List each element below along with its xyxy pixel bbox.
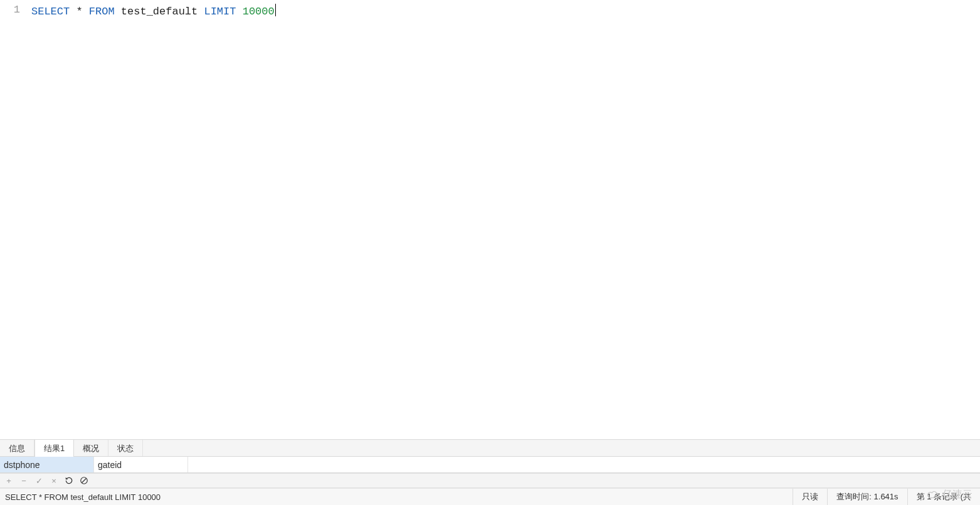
grid-toolbar: + − ✓ × <box>0 473 980 488</box>
kw-limit: LIMIT <box>204 6 236 18</box>
tab-label: 结果1 <box>44 444 65 453</box>
status-time: 查询时间: 1.641s <box>827 489 907 505</box>
token-space <box>236 6 242 18</box>
tab-info[interactable]: 信息 <box>0 440 34 456</box>
sql-code[interactable]: SELECT * FROM test_default LIMIT 10000 <box>31 0 980 439</box>
column-label: dstphone <box>4 460 40 470</box>
add-row-button[interactable]: + <box>4 476 14 486</box>
editor-gutter: 1 <box>0 0 28 439</box>
stop-icon <box>80 476 88 485</box>
column-gateid[interactable]: gateid <box>94 457 188 472</box>
kw-from: FROM <box>89 6 115 18</box>
status-readonly: 只读 <box>793 489 827 505</box>
tab-label: 状态 <box>117 444 134 453</box>
svg-line-1 <box>82 479 87 483</box>
commit-button[interactable]: ✓ <box>34 476 44 486</box>
tab-status[interactable]: 状态 <box>108 440 143 456</box>
column-dstphone[interactable]: dstphone <box>0 457 94 472</box>
token-table: test_default <box>115 6 204 18</box>
status-bar: SELECT * FROM test_default LIMIT 10000 只… <box>0 488 980 505</box>
column-label: gateid <box>98 460 122 470</box>
status-query: SELECT * FROM test_default LIMIT 10000 <box>0 492 793 502</box>
tab-label: 概况 <box>83 444 99 453</box>
refresh-icon <box>65 476 73 485</box>
cancel-button[interactable]: × <box>49 476 59 486</box>
tab-profile[interactable]: 概况 <box>74 440 108 456</box>
kw-select: SELECT <box>31 6 70 18</box>
result-tabs: 信息 结果1 概况 状态 <box>0 439 980 457</box>
status-record: 第 1 条记录 (共 <box>907 489 980 505</box>
line-number: 1 <box>14 4 20 16</box>
tab-label: 信息 <box>9 444 25 453</box>
result-grid[interactable]: dstphone gateid <box>0 457 980 473</box>
token-star: * <box>70 6 89 18</box>
stop-button[interactable] <box>79 476 89 486</box>
remove-row-button[interactable]: − <box>19 476 29 486</box>
refresh-button[interactable] <box>64 476 74 486</box>
sql-editor[interactable]: 1 SELECT * FROM test_default LIMIT 10000 <box>0 0 980 439</box>
tab-result1[interactable]: 结果1 <box>34 440 74 457</box>
text-cursor <box>275 4 276 16</box>
token-number: 10000 <box>243 6 275 18</box>
